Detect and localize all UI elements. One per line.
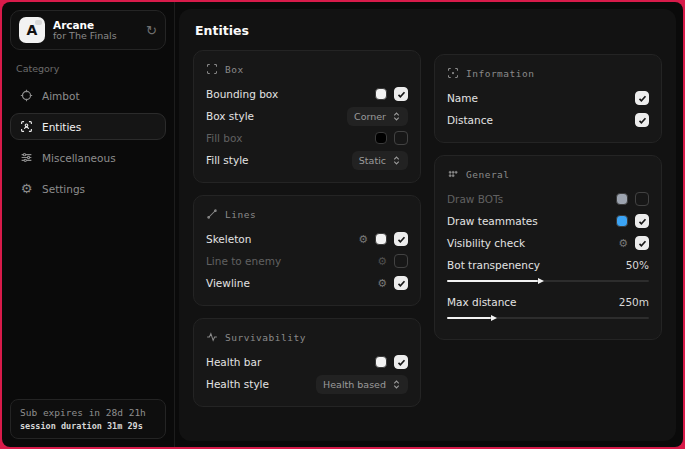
slider-fill <box>447 280 538 282</box>
gear-icon[interactable]: ⚙ <box>358 234 368 245</box>
setting-row-bounding-box: Bounding box <box>206 83 408 105</box>
bot-transparency-value: 50% <box>626 259 649 271</box>
color-swatch[interactable] <box>375 132 387 144</box>
sidebar-item-label: Entities <box>42 121 81 133</box>
dropdown-value: Corner <box>354 111 386 122</box>
color-swatch[interactable] <box>375 88 387 100</box>
pulse-icon <box>206 331 218 343</box>
sidebar: A Arcane for The Finals ↻ Category Aimbo… <box>2 2 175 447</box>
setting-row-max-distance: Max distance 250m <box>447 291 649 313</box>
check-icon <box>638 94 647 103</box>
distance-checkbox[interactable] <box>635 113 649 127</box>
brand-text: Arcane for The Finals <box>53 19 138 42</box>
max-distance-value: 250m <box>619 296 649 308</box>
draw-bots-checkbox[interactable] <box>635 192 649 206</box>
panel-lines-header: Lines <box>206 208 408 220</box>
sidebar-item-label: Miscellaneous <box>42 152 116 164</box>
setting-label: Name <box>447 92 478 104</box>
refresh-icon[interactable]: ↻ <box>146 23 157 38</box>
slider-thumb[interactable] <box>491 315 497 321</box>
panel-title: Box <box>225 64 244 75</box>
health-style-dropdown[interactable]: Health based <box>316 375 408 394</box>
setting-label: Skeleton <box>206 233 251 245</box>
max-distance-slider[interactable] <box>447 317 649 319</box>
brand-card: A Arcane for The Finals ↻ <box>10 10 166 50</box>
sidebar-item-miscellaneous[interactable]: Miscellaneous <box>10 144 166 171</box>
setting-row-draw-bots: Draw BOTs <box>447 188 649 210</box>
skeleton-checkbox[interactable] <box>394 232 408 246</box>
panel-title: General <box>466 169 510 180</box>
slider-fill <box>447 317 491 319</box>
setting-row-visibility-check: Visibility check ⚙ <box>447 232 649 254</box>
setting-label: Distance <box>447 114 493 126</box>
name-checkbox[interactable] <box>635 91 649 105</box>
app-logo: A <box>19 17 45 43</box>
panel-title: Lines <box>225 209 256 220</box>
color-swatch[interactable] <box>616 193 628 205</box>
setting-label: Draw teammates <box>447 215 538 227</box>
dropdown-value: Health based <box>323 379 386 390</box>
panel-title: Information <box>466 68 534 79</box>
setting-row-viewline: Viewline ⚙ <box>206 272 408 294</box>
fill-style-dropdown[interactable]: Static <box>352 151 408 170</box>
setting-row-health-bar: Health bar <box>206 351 408 373</box>
box-style-dropdown[interactable]: Corner <box>347 107 408 126</box>
color-swatch[interactable] <box>616 215 628 227</box>
chevron-up-down-icon <box>392 112 401 121</box>
check-icon <box>397 90 406 99</box>
setting-label: Health bar <box>206 356 261 368</box>
panel-box: Box Bounding box Box style <box>193 50 421 183</box>
bot-transparency-slider[interactable] <box>447 280 649 282</box>
visibility-check-checkbox[interactable] <box>635 236 649 250</box>
setting-row-box-style: Box style Corner <box>206 105 408 127</box>
diagonal-line-icon <box>206 208 218 220</box>
main-content: Entities Box Bounding box <box>179 9 676 441</box>
setting-label: Health style <box>206 378 269 390</box>
setting-label: Visibility check <box>447 237 525 249</box>
sidebar-item-settings[interactable]: ⚙ Settings <box>10 175 166 202</box>
gear-icon[interactable]: ⚙ <box>377 278 387 289</box>
setting-label: Fill style <box>206 154 249 166</box>
check-icon <box>397 279 406 288</box>
viewline-checkbox[interactable] <box>394 276 408 290</box>
setting-row-skeleton: Skeleton ⚙ <box>206 228 408 250</box>
check-icon <box>397 235 406 244</box>
crosshair-icon <box>20 89 33 102</box>
setting-label: Max distance <box>447 296 517 308</box>
setting-label: Bot transpenency <box>447 259 540 271</box>
panel-general: General Draw BOTs Draw teammates <box>434 155 662 340</box>
category-label: Category <box>16 63 160 74</box>
sliders-icon <box>20 151 33 164</box>
setting-label: Box style <box>206 110 254 122</box>
sidebar-item-entities[interactable]: Entities <box>10 113 166 140</box>
fill-box-checkbox[interactable] <box>394 131 408 145</box>
setting-label: Bounding box <box>206 88 278 100</box>
setting-row-health-style: Health style Health based <box>206 373 408 395</box>
color-swatch[interactable] <box>375 356 387 368</box>
check-icon <box>638 217 647 226</box>
session-duration: session duration 31m 29s <box>20 421 156 431</box>
app-title: Arcane <box>53 19 138 31</box>
chevron-up-down-icon <box>392 156 401 165</box>
health-bar-checkbox[interactable] <box>394 355 408 369</box>
page-title: Entities <box>195 23 662 38</box>
setting-label: Viewline <box>206 277 250 289</box>
setting-row-line-to-enemy: Line to enemy ⚙ <box>206 250 408 272</box>
gear-icon[interactable]: ⚙ <box>618 238 628 249</box>
setting-row-fill-box: Fill box <box>206 127 408 149</box>
gear-icon: ⚙ <box>20 182 33 195</box>
setting-row-fill-style: Fill style Static <box>206 149 408 171</box>
sidebar-item-aimbot[interactable]: Aimbot <box>10 82 166 109</box>
check-icon <box>638 116 647 125</box>
draw-teammates-checkbox[interactable] <box>635 214 649 228</box>
slider-thumb[interactable] <box>538 278 544 284</box>
color-swatch[interactable] <box>375 233 387 245</box>
setting-label: Line to enemy <box>206 255 281 267</box>
app-subtitle: for The Finals <box>53 31 138 42</box>
panel-information-header: Information <box>447 67 649 79</box>
line-to-enemy-checkbox[interactable] <box>394 254 408 268</box>
gear-icon[interactable]: ⚙ <box>377 256 387 267</box>
sidebar-nav: Aimbot Entities Miscellaneous ⚙ Settings <box>10 82 166 202</box>
bounding-box-checkbox[interactable] <box>394 87 408 101</box>
setting-row-distance: Distance <box>447 109 649 131</box>
